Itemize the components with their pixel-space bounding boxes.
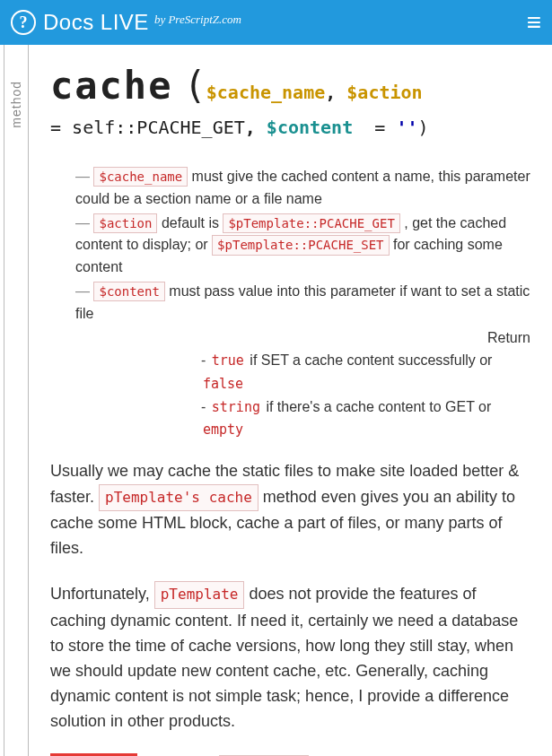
app-header: ? Docs LIVE by PreScriptZ.com ≡ (0, 0, 552, 45)
string-literal: '' (396, 117, 417, 138)
return-empty: empty (201, 421, 245, 438)
param-desc: default is (157, 215, 223, 230)
return-string: string (210, 399, 262, 415)
return-list: true if SET a cache content successfully… (75, 349, 530, 440)
function-name: cache (50, 64, 172, 108)
function-signature: cache ($cache_name, $action = self::PCAC… (50, 57, 530, 141)
return-item: string if there's a cache content to GET… (201, 395, 530, 441)
close-paren: ) (417, 117, 428, 138)
param-code: $content (93, 282, 164, 301)
return-text: if SET a cache content successfully or (246, 352, 493, 368)
side-gutter: method (4, 45, 28, 756)
return-true: true (210, 352, 246, 369)
arg-content: $content (267, 117, 353, 138)
doc-content: cache ($cache_name, $action = self::PCAC… (28, 45, 552, 756)
inline-code: pTemplate's cache (99, 484, 258, 512)
arg-cache-name: $cache_name (206, 82, 325, 103)
arg-action: $action (346, 82, 422, 103)
param-row: $cache_name must give the cached content… (75, 166, 530, 211)
return-false: false (201, 376, 245, 392)
return-item: true if SET a cache content successfully… (201, 349, 530, 395)
param-row: $action default is $pTemplate::PCACHE_GE… (75, 213, 530, 279)
return-label: Return (75, 327, 530, 350)
param-code: $pTemplate::PCACHE_SET (212, 235, 389, 255)
text: Unfortunately, (50, 585, 154, 603)
open-paren: ( (183, 64, 206, 108)
param-code: $action (93, 213, 157, 233)
comma: , (245, 117, 256, 138)
const-pcache-get: PCACHE_GET (136, 117, 244, 138)
description-para-2: Unfortunately, pTemplate does not provid… (50, 581, 530, 734)
param-code: $cache_name (93, 167, 188, 187)
equals: = (50, 117, 61, 138)
equals: = (374, 117, 385, 138)
self-keyword: self:: (72, 117, 136, 138)
comma: , (325, 82, 336, 103)
menu-icon[interactable]: ≡ (527, 10, 541, 35)
text: does not provide the features of caching… (50, 585, 518, 729)
brand-byline: by PreScriptZ.com (154, 13, 241, 27)
param-code: $pTemplate::PCACHE_GET (223, 213, 399, 233)
param-row: $content must pass value into this param… (75, 281, 530, 326)
description-para-1: Usually we may cache the static files to… (50, 459, 530, 561)
help-icon[interactable]: ? (11, 10, 36, 35)
page-body: method cache ($cache_name, $action = sel… (4, 45, 552, 756)
brand-title: Docs LIVE (43, 10, 149, 35)
inline-code: pTemplate (154, 581, 245, 609)
parameter-list: $cache_name must give the cached content… (75, 166, 530, 441)
type-label: method (9, 81, 23, 128)
return-text: if there's a cache content to GET or (262, 399, 491, 414)
